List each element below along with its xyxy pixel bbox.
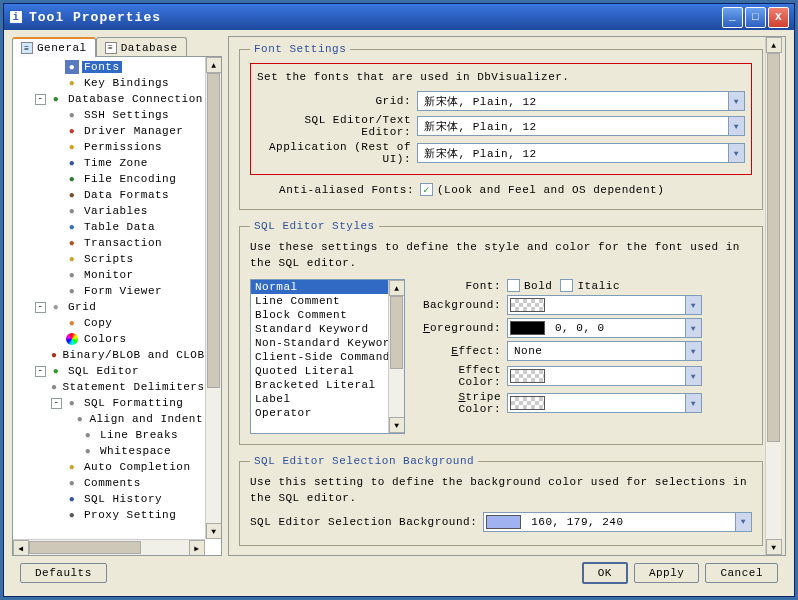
scroll-down-icon[interactable]: ▼ <box>206 523 222 539</box>
scroll-up-icon[interactable]: ▲ <box>206 57 222 73</box>
minimize-button[interactable]: _ <box>722 7 743 28</box>
tree-item-label: Colors <box>82 333 129 345</box>
tree-item[interactable]: ●Key Bindings <box>13 75 205 91</box>
tree-item[interactable]: ●Proxy Setting <box>13 507 205 523</box>
tree-item[interactable]: ●Form Viewer <box>13 283 205 299</box>
ok-button[interactable]: OK <box>582 562 628 584</box>
tree-item[interactable]: ●File Encoding <box>13 171 205 187</box>
chevron-down-icon[interactable]: ▼ <box>685 394 701 412</box>
tree-item[interactable]: ●Monitor <box>13 267 205 283</box>
tree-toggle-icon[interactable]: - <box>35 302 46 313</box>
tree-item[interactable]: ●Fonts <box>13 59 205 75</box>
italic-checkbox[interactable] <box>560 279 573 292</box>
tree-toggle-icon[interactable]: - <box>35 94 46 105</box>
tree-item[interactable]: ●Permissions <box>13 139 205 155</box>
bold-checkbox[interactable] <box>507 279 520 292</box>
font-combo[interactable]: 新宋体, Plain, 12▼ <box>417 91 745 111</box>
tree-node-icon: ● <box>65 508 79 522</box>
chevron-down-icon[interactable]: ▼ <box>735 513 751 531</box>
tree-item-label: Grid <box>66 301 98 313</box>
anti-aliased-checkbox[interactable]: ✓ <box>420 183 433 196</box>
sql-styles-legend: SQL Editor Styles <box>250 220 379 232</box>
list-item[interactable]: Non-Standard Keyword <box>251 336 404 350</box>
tree-item[interactable]: -●Grid <box>13 299 205 315</box>
chevron-down-icon[interactable]: ▼ <box>728 117 744 135</box>
font-combo[interactable]: 新宋体, Plain, 12▼ <box>417 143 745 163</box>
tree-item[interactable]: Colors <box>13 331 205 347</box>
tree-item[interactable]: ●Line Breaks <box>13 427 205 443</box>
tab-general[interactable]: ≡ General <box>12 37 96 57</box>
tree-item[interactable]: ●Table Data <box>13 219 205 235</box>
scroll-down-icon[interactable]: ▼ <box>766 539 782 555</box>
tree-item-label: Whitespace <box>98 445 173 457</box>
tree-item-label: File Encoding <box>82 173 178 185</box>
tree-node-icon: ● <box>65 188 79 202</box>
list-item[interactable]: Line Comment <box>251 294 404 308</box>
tree-toggle-icon[interactable]: - <box>51 398 62 409</box>
tree-item[interactable]: -●Database Connection <box>13 91 205 107</box>
cancel-button[interactable]: Cancel <box>705 563 778 583</box>
list-item[interactable]: Client-Side Command <box>251 350 404 364</box>
chevron-down-icon[interactable]: ▼ <box>685 319 701 337</box>
defaults-button[interactable]: Defaults <box>20 563 107 583</box>
tree-hscroll[interactable]: ◀ ▶ <box>13 539 205 555</box>
nav-tree[interactable]: ●Fonts●Key Bindings-●Database Connection… <box>13 57 205 525</box>
tab-database[interactable]: ≡ Database <box>96 37 187 57</box>
maximize-button[interactable]: □ <box>745 7 766 28</box>
tree-item[interactable]: ●Whitespace <box>13 443 205 459</box>
list-item[interactable]: Bracketed Literal <box>251 378 404 392</box>
scroll-up-icon[interactable]: ▲ <box>389 280 405 296</box>
tree-item[interactable]: ●SQL History <box>13 491 205 507</box>
tree-item[interactable]: ●Driver Manager <box>13 123 205 139</box>
effect-color-combo[interactable]: ▼ <box>507 366 702 386</box>
list-item[interactable]: Block Comment <box>251 308 404 322</box>
chevron-down-icon[interactable]: ▼ <box>685 342 701 360</box>
tree-node-icon: ● <box>49 300 63 314</box>
background-combo[interactable]: ▼ <box>507 295 702 315</box>
combo-value: 160, 179, 240 <box>527 516 735 528</box>
chevron-down-icon[interactable]: ▼ <box>728 144 744 162</box>
tree-vscroll[interactable]: ▲ ▼ <box>205 57 221 539</box>
tree-item[interactable]: ●Statement Delimiters <box>13 379 205 395</box>
tree-item[interactable]: ●Scripts <box>13 251 205 267</box>
scroll-left-icon[interactable]: ◀ <box>13 540 29 556</box>
chevron-down-icon[interactable]: ▼ <box>685 367 701 385</box>
foreground-combo[interactable]: 0, 0, 0 ▼ <box>507 318 702 338</box>
tree-item[interactable]: -●SQL Editor <box>13 363 205 379</box>
tree-item[interactable]: ●SSH Settings <box>13 107 205 123</box>
apply-button[interactable]: Apply <box>634 563 700 583</box>
tree-item-label: Driver Manager <box>82 125 185 137</box>
tree-item[interactable]: ●Variables <box>13 203 205 219</box>
styles-list[interactable]: NormalLine CommentBlock CommentStandard … <box>250 279 405 434</box>
tree-item-label: Auto Completion <box>82 461 193 473</box>
tree-item[interactable]: ●Data Formats <box>13 187 205 203</box>
tree-item[interactable]: ●Comments <box>13 475 205 491</box>
panel-vscroll[interactable]: ▲ ▼ <box>765 37 781 555</box>
tree-item[interactable]: ●Align and Indent <box>13 411 205 427</box>
tree-item[interactable]: ●Transaction <box>13 235 205 251</box>
selection-bg-combo[interactable]: 160, 179, 240 ▼ <box>483 512 752 532</box>
tree-item[interactable]: ●Copy <box>13 315 205 331</box>
chevron-down-icon[interactable]: ▼ <box>728 92 744 110</box>
effect-combo[interactable]: None ▼ <box>507 341 702 361</box>
list-item[interactable]: Operator <box>251 406 404 420</box>
tree-item[interactable]: ●Auto Completion <box>13 459 205 475</box>
tree-toggle-icon[interactable]: - <box>35 366 46 377</box>
scroll-right-icon[interactable]: ▶ <box>189 540 205 556</box>
stripe-color-combo[interactable]: ▼ <box>507 393 702 413</box>
list-item[interactable]: Quoted Literal <box>251 364 404 378</box>
list-item[interactable]: Label <box>251 392 404 406</box>
list-item[interactable]: Standard Keyword <box>251 322 404 336</box>
tree-item[interactable]: ●Time Zone <box>13 155 205 171</box>
close-button[interactable]: X <box>768 7 789 28</box>
tree-node-icon: ● <box>49 364 63 378</box>
tree-item[interactable]: -●SQL Formatting <box>13 395 205 411</box>
font-combo[interactable]: 新宋体, Plain, 12▼ <box>417 116 745 136</box>
list-item[interactable]: Normal <box>251 280 404 294</box>
list-vscroll[interactable]: ▲ ▼ <box>388 280 404 433</box>
chevron-down-icon[interactable]: ▼ <box>685 296 701 314</box>
scroll-down-icon[interactable]: ▼ <box>389 417 405 433</box>
scroll-up-icon[interactable]: ▲ <box>766 37 782 53</box>
bold-label: Bold <box>524 280 552 292</box>
tree-item[interactable]: ●Binary/BLOB and CLOB Data <box>13 347 205 363</box>
